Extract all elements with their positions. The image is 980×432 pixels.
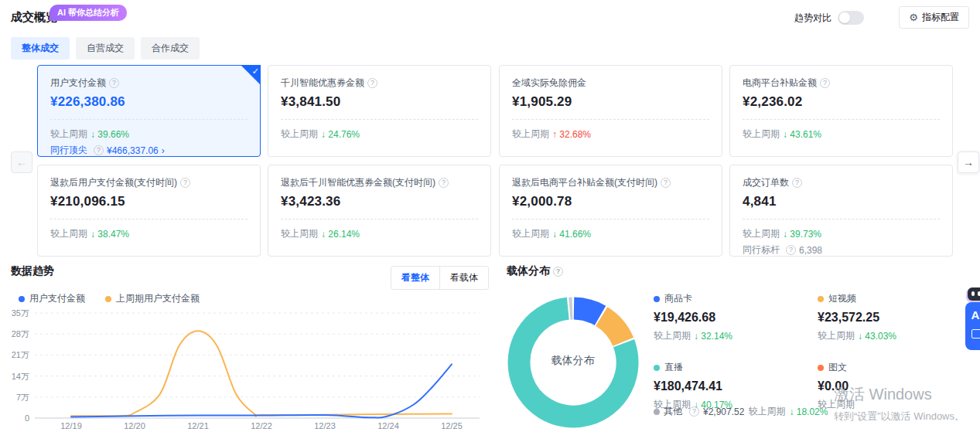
stat-product-card: 商品卡 ¥19,426.68 较上周期↓ 32.14% — [654, 292, 818, 342]
legend-dot — [654, 296, 660, 302]
metric-title: 退款后用户支付金额(支付时间) — [50, 176, 177, 189]
stat-value: ¥19,426.68 — [654, 311, 818, 325]
arrow-down-icon: ↓ — [694, 331, 698, 342]
svg-text:12/22: 12/22 — [251, 421, 272, 430]
info-icon[interactable]: ? — [689, 406, 699, 417]
metric-config-button[interactable]: ⚙ 指标配置 — [899, 6, 969, 29]
metric-value: ¥210,096.15 — [50, 194, 248, 209]
view-carrier-button[interactable]: 看载体 — [439, 267, 488, 289]
info-icon[interactable]: ? — [553, 267, 563, 277]
trend-line-chart[interactable]: 07万14万21万28万35万12/1912/2012/2112/2212/23… — [0, 304, 491, 432]
metric-value: ¥2,000.78 — [512, 194, 709, 209]
metric-card-commission-waived[interactable]: 全域实际免除佣金 ¥1,905.29 较上周期↑ 32.68% — [499, 65, 722, 157]
arrow-down-icon: ↓ — [783, 129, 787, 140]
arrow-up-icon: ↑ — [552, 129, 557, 140]
svg-text:14万: 14万 — [12, 372, 29, 381]
metric-title: 千川智能优惠券金额 — [281, 77, 364, 90]
arrow-down-icon: ↓ — [789, 406, 794, 417]
metric-title: 退款后电商平台补贴金额(支付时间) — [512, 176, 657, 189]
info-icon[interactable]: ? — [109, 78, 119, 88]
metric-card-platform-subsidy[interactable]: 电商平台补贴金额? ¥2,236.02 较上周期↓ 43.61% — [729, 65, 953, 157]
arrow-left-icon: ← — [16, 156, 27, 168]
metric-value: ¥3,841.50 — [281, 94, 478, 110]
legend-dot-blue — [19, 296, 25, 302]
arrow-right-icon: → — [963, 156, 974, 168]
divider — [50, 119, 248, 120]
legend-dot — [818, 296, 824, 302]
arrow-down-icon: ↓ — [90, 229, 95, 240]
cards-prev-button[interactable]: ← — [11, 151, 32, 173]
metric-value: ¥3,423.36 — [281, 194, 478, 209]
trend-compare-toggle[interactable] — [838, 11, 864, 25]
view-overall-button[interactable]: 看整体 — [391, 267, 439, 289]
carrier-stats: 商品卡 ¥19,426.68 较上周期↓ 32.14% 短视频 ¥23,572.… — [654, 292, 978, 411]
divider — [512, 119, 709, 120]
metric-value: ¥1,905.29 — [512, 94, 709, 110]
svg-text:7万: 7万 — [16, 393, 29, 402]
metric-title: 退款后千川智能优惠券金额(支付时间) — [281, 176, 435, 189]
ai-summary-badge[interactable]: AI 帮你总结分析 — [50, 5, 127, 21]
info-icon[interactable]: ? — [439, 178, 449, 188]
trend-compare-label: 趋势对比 — [794, 12, 831, 25]
metric-title: 用户支付金额 — [50, 77, 106, 90]
info-icon[interactable]: ? — [94, 145, 104, 155]
arrow-down-icon: ↓ — [858, 331, 862, 342]
cards-next-button[interactable]: → — [958, 151, 979, 173]
arrow-down-icon: ↓ — [90, 129, 95, 140]
arrow-down-icon: ↓ — [321, 129, 326, 140]
metric-value: 4,841 — [743, 194, 940, 209]
stat-image-text: 图文 ¥0.00 较上周期 — [818, 361, 980, 411]
metric-card-subsidy-after-refund[interactable]: 退款后电商平台补贴金额(支付时间)? ¥2,000.78 较上周期↓ 41.66… — [499, 165, 722, 257]
metric-card-user-payment-after-refund[interactable]: 退款后用户支付金额(支付时间)? ¥210,096.15 较上周期↓ 38.47… — [37, 165, 261, 257]
metric-value: ¥2,236.02 — [743, 94, 940, 110]
stat-short-video: 短视频 ¥23,572.25 较上周期↓ 43.03% — [818, 292, 980, 342]
ai-assistant-widget[interactable]: AI — [965, 287, 980, 350]
metric-card-user-payment[interactable]: ✓ 用户支付金额? ¥226,380.86 较上周期↓ 39.66% 同行顶尖?… — [37, 65, 261, 157]
legend-dot — [654, 365, 660, 371]
stat-value: ¥180,474.41 — [654, 379, 818, 393]
svg-text:28万: 28万 — [12, 329, 29, 338]
toggle-knob — [839, 12, 850, 23]
info-icon[interactable]: ? — [661, 178, 671, 188]
metric-title: 成交订单数 — [743, 176, 789, 189]
stat-live: 直播 ¥180,474.41 较上周期↓ 40.17% — [654, 361, 818, 411]
metric-title: 全域实际免除佣金 — [512, 77, 586, 90]
carrier-section-title: 载体分布 — [507, 264, 550, 278]
svg-text:0: 0 — [25, 413, 29, 423]
divider — [512, 219, 709, 219]
divider — [281, 119, 478, 120]
info-icon[interactable]: ? — [367, 78, 377, 88]
metric-value: ¥226,380.86 — [50, 94, 248, 110]
info-icon[interactable]: ? — [820, 78, 830, 88]
info-icon[interactable]: ? — [786, 245, 796, 255]
svg-text:12/21: 12/21 — [187, 421, 209, 430]
gear-icon: ⚙ — [909, 12, 918, 23]
tab-overall[interactable]: 整体成交 — [11, 37, 70, 60]
stat-other: 其他? ¥2,907.52 较上周期 ↓ 18.02% — [654, 405, 828, 418]
divider — [743, 119, 940, 120]
divider — [743, 219, 940, 219]
donut-center-label: 载体分布 — [524, 354, 621, 368]
svg-text:12/19: 12/19 — [60, 421, 82, 430]
info-icon[interactable]: ? — [180, 178, 190, 188]
document-icon — [971, 329, 980, 338]
arrow-down-icon: ↓ — [321, 229, 326, 240]
svg-text:12/25: 12/25 — [441, 421, 463, 430]
metric-card-qianchuan-coupon[interactable]: 千川智能优惠券金额? ¥3,841.50 较上周期↓ 24.76% — [268, 65, 491, 157]
legend-dot-orange — [105, 296, 111, 302]
tab-cooperation[interactable]: 合作成交 — [141, 37, 200, 60]
arrow-down-icon: ↓ — [783, 229, 787, 240]
info-icon[interactable]: ? — [792, 178, 802, 188]
metric-card-order-count[interactable]: 成交订单数? 4,841 较上周期↓ 39.73% 同行标杆?6,398 — [729, 165, 953, 257]
trend-section-title: 数据趋势 — [11, 264, 54, 278]
tab-self-operated[interactable]: 自营成交 — [76, 37, 135, 60]
benchmark-link[interactable]: 同行顶尖?¥466,337.06› — [50, 144, 248, 157]
svg-text:21万: 21万 — [12, 350, 29, 359]
trend-view-switcher: 看整体 看载体 — [391, 266, 489, 290]
robot-icon — [968, 287, 980, 301]
metric-card-coupon-after-refund[interactable]: 退款后千川智能优惠券金额(支付时间)? ¥3,423.36 较上周期↓ 26.1… — [268, 165, 491, 257]
svg-text:35万: 35万 — [12, 308, 29, 318]
metric-title: 电商平台补贴金额 — [743, 77, 817, 90]
chevron-right-icon: › — [162, 145, 165, 156]
stat-value: ¥23,572.25 — [818, 311, 980, 325]
